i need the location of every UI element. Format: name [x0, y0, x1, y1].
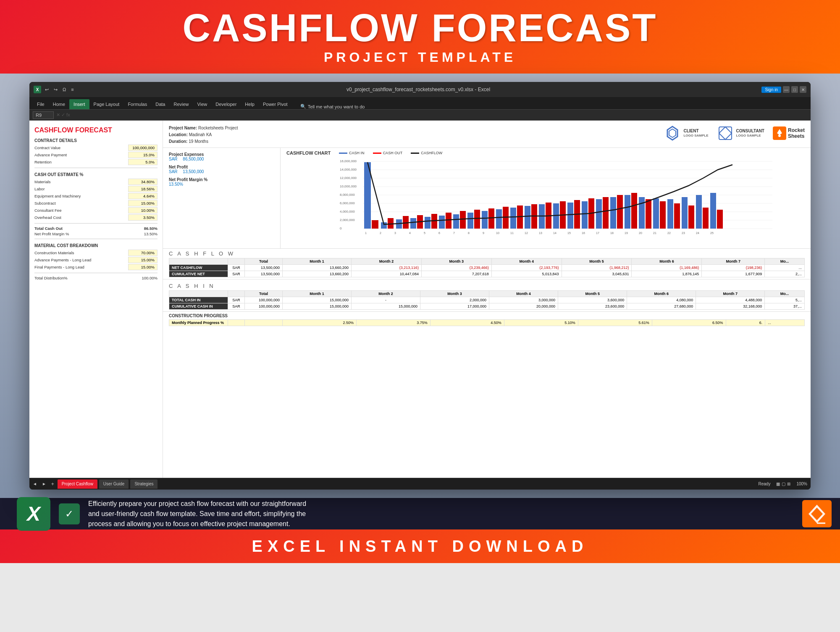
client-logo-icon	[664, 125, 681, 142]
legend-cash-out: CASH OUT	[373, 151, 403, 155]
redo-icon[interactable]: ↪	[52, 87, 59, 92]
svg-text:13: 13	[539, 232, 542, 234]
formula-divider: ✕ ✓ fx	[56, 112, 70, 118]
svg-text:9: 9	[483, 232, 484, 234]
total-distribution-label: Total Distribution%	[34, 276, 68, 280]
footer-check-icon: ✓	[59, 503, 80, 524]
contract-details-title: CONTRACT DETAILS	[34, 138, 158, 143]
consultant-logo-icon	[717, 125, 734, 142]
cumulative-cash-in-m7: 32,168,000	[696, 303, 765, 310]
sign-in-button[interactable]: Sign in	[761, 87, 781, 93]
minimize-button[interactable]: —	[783, 86, 790, 93]
scroll-right-icon[interactable]: ►	[42, 482, 46, 486]
advance-payment-label: Advance Payment	[34, 153, 67, 157]
cf-col-label	[169, 258, 228, 265]
progress-more: ...	[765, 320, 805, 326]
cumulative-net-m7: 1,677,909	[702, 271, 765, 277]
svg-rect-66	[674, 203, 680, 229]
cell-reference[interactable]: R9	[33, 111, 54, 119]
tab-help[interactable]: Help	[241, 99, 259, 109]
tab-review[interactable]: Review	[169, 99, 193, 109]
tab-formulas[interactable]: Formulas	[123, 99, 151, 109]
cumulative-net-m6: 1,876,145	[632, 271, 702, 277]
ci-col-label	[169, 291, 228, 297]
cashflow-chart-svg: 16,000,000 14,000,000 12,000,000 10,000,…	[286, 157, 805, 235]
consultant-fee-value: 10.00%	[128, 207, 158, 213]
normal-view-icon[interactable]: ▦	[776, 482, 780, 486]
sheet-tab-project-cashflow[interactable]: Project Cashflow	[58, 479, 97, 489]
tab-developer[interactable]: Developer	[211, 99, 241, 109]
net-cashflow-row: NET CASHFLOW SAR 13,500,000 13,660,200 (…	[169, 265, 805, 271]
cf-col-total: Total	[245, 258, 283, 265]
rocket-icon	[773, 126, 786, 140]
svg-text:4,000,000: 4,000,000	[340, 210, 355, 213]
net-profit-label: Net Profit	[169, 165, 274, 169]
zoom-level: 100%	[796, 482, 807, 486]
ci-col-total: Total	[245, 291, 283, 297]
cash-in-table-section: C A S H I N Total Month 1 Month 2 Month …	[163, 281, 811, 312]
title-bar-controls: Sign in — □ ✕	[761, 86, 806, 93]
total-cash-in-row: TOTAL CASH IN SAR 100,000,000 15,000,000…	[169, 297, 805, 303]
ci-month7-header: Month 7	[696, 291, 765, 297]
more-icon[interactable]: ≡	[70, 87, 75, 92]
tell-me-text[interactable]: Tell me what you want to do	[308, 104, 365, 109]
svg-rect-26	[388, 218, 394, 229]
net-profit-margin-value: 13.50%	[169, 182, 274, 187]
legend-cash-in-color	[339, 153, 347, 154]
legend-cash-in: CASH IN	[339, 151, 365, 155]
project-expenses-row: Project Expenses SAR 86,500,000	[169, 152, 274, 161]
tab-file[interactable]: File	[33, 99, 49, 109]
svg-text:19: 19	[625, 232, 628, 234]
page-layout-icon[interactable]: ▢	[782, 482, 785, 486]
svg-rect-72	[717, 210, 723, 229]
tab-data[interactable]: Data	[151, 99, 169, 109]
tab-home[interactable]: Home	[49, 99, 69, 109]
close-button[interactable]: ✕	[800, 86, 806, 93]
consultant-fee-label: Consultant Fee	[34, 208, 61, 213]
total-cash-in-m5: 3,600,000	[558, 297, 627, 303]
svg-text:12: 12	[525, 232, 528, 234]
project-location: Madinah KA	[189, 132, 212, 137]
labor-label: Labor	[34, 187, 45, 191]
net-cashflow-m2: (3,213,116)	[352, 265, 422, 271]
undo-icon[interactable]: ↩	[44, 87, 50, 92]
tab-insert[interactable]: Insert	[69, 99, 89, 109]
cumulative-net-m1: 13,660,200	[283, 271, 352, 277]
svg-rect-29	[410, 218, 416, 229]
cashflow-section-label: C A S H F L O W	[169, 250, 805, 257]
svg-point-4	[778, 134, 781, 137]
net-cashflow-m6: (1,169,486)	[632, 265, 702, 271]
svg-text:7: 7	[453, 232, 455, 234]
net-cashflow-m1: 13,660,200	[283, 265, 352, 271]
svg-text:6,000,000: 6,000,000	[340, 201, 355, 205]
legend-cashflow-color	[411, 153, 419, 154]
sheet-tab-strategies[interactable]: Strategies	[130, 479, 158, 489]
main-area: X ↩ ↪ Ω ≡ v0_project_cashflow_forecast_r…	[0, 74, 840, 498]
omega-icon[interactable]: Ω	[61, 87, 67, 92]
excel-app-icon: X	[34, 86, 41, 93]
svg-text:1: 1	[365, 232, 367, 234]
scroll-left-icon[interactable]: ◄	[33, 482, 37, 486]
add-sheet-icon[interactable]: +	[51, 481, 54, 487]
cumulative-net-row: CUMULATIVE NET SAR 13,500,000 13,660,200…	[169, 271, 805, 277]
net-cashflow-m7: (198,236)	[702, 265, 765, 271]
progress-m1: 2.50%	[283, 320, 357, 326]
page-break-icon[interactable]: ⊞	[787, 482, 790, 486]
subcontract-value: 15.00%	[128, 200, 158, 206]
svg-text:8,000,000: 8,000,000	[340, 193, 355, 197]
maximize-button[interactable]: □	[791, 86, 798, 93]
sheet-tab-user-guide[interactable]: User Guide	[99, 479, 129, 489]
chart-section: CASHFLOW CHART CASH IN CASH OUT	[281, 148, 811, 248]
cumulative-net-total: 13,500,000	[245, 271, 283, 277]
svg-rect-55	[596, 199, 602, 229]
svg-text:5: 5	[424, 232, 425, 234]
summary-section: Project Expenses SAR 86,500,000 Net Prof…	[163, 148, 281, 248]
tab-view[interactable]: View	[193, 99, 212, 109]
legend-cashflow: CASHFLOW	[411, 151, 442, 155]
tab-power-pivot[interactable]: Power Pivot	[259, 99, 292, 109]
final-long-lead-label: Final Payments - Long Lead	[34, 265, 84, 269]
tab-page-layout[interactable]: Page Layout	[89, 99, 124, 109]
right-panel: Project Name: Rocketsheets Project Locat…	[163, 121, 811, 478]
cumulative-net-m5: 3,045,631	[562, 271, 632, 277]
construction-progress-table: Monthly Planned Progress % 2.50% 3.75% 4…	[169, 319, 805, 326]
